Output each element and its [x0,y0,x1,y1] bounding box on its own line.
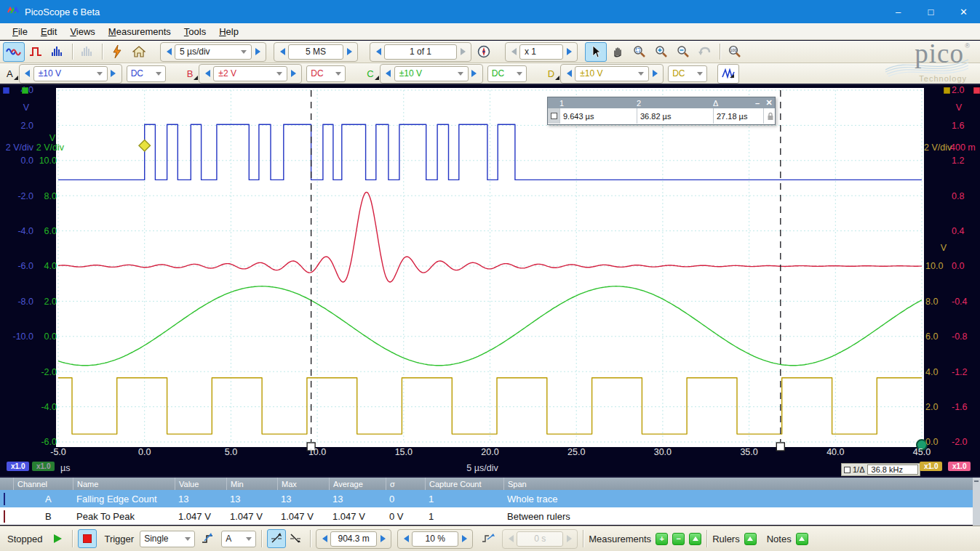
channel-c-scale-badge[interactable]: x1.0 [32,462,55,471]
menu-file[interactable]: File [6,25,34,39]
home-button[interactable] [128,42,150,62]
menu-measurements[interactable]: Measurements [102,25,178,39]
pretrigger-down-button[interactable] [400,532,412,546]
channel-d-range-next-button[interactable] [649,67,661,81]
measurement-row-b[interactable]: B Peak To Peak 1.047 V 1.047 V 1.047 V 1… [0,507,980,525]
channel-b-range-prev-button[interactable] [202,67,213,81]
page-next-button[interactable] [457,45,469,59]
maximize-button[interactable]: □ [915,0,947,23]
channel-d-scale-badge[interactable]: x1.0 [920,462,942,471]
channel-b-coupling-select[interactable]: DC [306,65,346,82]
channel-c-range-select[interactable]: ±10 V [394,66,469,81]
samples-prev-button[interactable] [276,45,288,59]
col-channel[interactable]: Channel [13,478,73,490]
close-button[interactable]: ✕ [947,0,980,23]
col-span[interactable]: Span [503,478,973,490]
scope-view-button[interactable] [3,42,25,62]
table-scrollbar[interactable] [973,478,980,526]
persistence-view-button[interactable] [25,42,47,62]
ruler-legend[interactable]: 1 2 Δ – ✕ 9.643 µs 36.82 µs 27.18 µs [547,97,776,125]
menu-edit[interactable]: Edit [34,25,63,39]
rulers-menu-button[interactable] [744,533,757,545]
rising-edge-button[interactable] [267,529,286,548]
frequency-checkbox[interactable] [844,467,850,473]
remove-measurement-button[interactable]: − [672,533,685,545]
time-ruler-handle-2[interactable] [776,443,784,451]
menu-help[interactable]: Help [212,25,245,39]
zoom-factor-input[interactable]: x 1 [519,44,563,60]
pretrigger-up-button[interactable] [458,532,470,546]
legend-close-button[interactable]: ✕ [763,98,775,108]
pretrigger-input[interactable]: 10 % [412,531,458,547]
channel-b-range-select[interactable]: ±2 V [213,66,287,81]
stop-button[interactable] [78,529,97,548]
zoom-out-step-button[interactable] [508,45,519,59]
channel-a-range-prev-button[interactable] [22,67,33,81]
measurement-row-a[interactable]: A Falling Edge Count 13 13 13 13 0 1 Who… [0,490,980,507]
navigator-button[interactable] [473,42,495,62]
legend-minimize-button[interactable]: – [752,99,763,108]
trigger-level-down-button[interactable] [319,532,330,546]
auto-setup-button[interactable] [106,42,128,62]
menu-tools[interactable]: Tools [178,25,212,39]
channel-a-range-select[interactable]: ±10 V [33,66,108,81]
zoom-in-button[interactable] [650,42,672,62]
run-button[interactable] [48,529,67,548]
col-max[interactable]: Max [277,478,329,490]
col-average[interactable]: Average [329,478,386,490]
trigger-level-input[interactable]: 904.3 m [330,531,377,547]
channel-b-range-next-button[interactable] [287,67,299,81]
channel-offset-marker[interactable] [973,87,980,94]
channel-a-range-next-button[interactable] [108,67,119,81]
channel-d-coupling-select[interactable]: DC [668,65,707,82]
channel-c-coupling-select[interactable]: DC [487,65,527,82]
falling-edge-button[interactable] [286,529,305,548]
hand-tool-button[interactable] [607,42,629,62]
channel-c-menu[interactable]: C [364,66,379,81]
advanced-trigger-button[interactable] [198,529,217,548]
channel-a-scale-badge[interactable]: x1.0 [7,462,29,471]
channel-offset-marker[interactable] [3,87,9,94]
minimize-button[interactable]: – [882,0,915,23]
col-min[interactable]: Min [226,478,277,490]
marquee-zoom-button[interactable] [629,42,650,62]
channel-c-range-next-button[interactable] [469,67,480,81]
channel-offset-marker[interactable] [944,87,950,94]
channel-b-menu[interactable]: B [185,66,199,81]
add-measurement-button[interactable]: + [656,533,668,545]
channel-offset-marker[interactable] [22,87,28,94]
trigger-mode-select[interactable]: Single [140,531,195,547]
spectrum-view-button[interactable] [47,42,68,62]
col-sigma[interactable]: σ [386,478,425,490]
channel-d-range-select[interactable]: ±10 V [575,66,649,81]
post-trigger-delay-button[interactable] [479,529,498,548]
timebase-next-button[interactable] [252,45,263,59]
trigger-source-select[interactable]: A [221,531,256,547]
lock-icon[interactable] [763,108,775,124]
samples-next-button[interactable] [343,45,355,59]
menu-views[interactable]: Views [63,25,101,39]
channel-b-scale-badge[interactable]: x1.0 [948,462,971,471]
timebase-prev-button[interactable] [163,45,175,59]
zoom-in-step-button[interactable] [563,45,575,59]
svg-text:100: 100 [730,48,737,52]
notes-menu-button[interactable] [796,533,808,545]
timebase-select[interactable]: 5 µs/div [175,44,252,60]
math-channels-button[interactable] [717,64,739,84]
col-value[interactable]: Value [175,478,226,490]
ruler-checkbox[interactable] [551,113,557,119]
channel-c-range-prev-button[interactable] [383,67,394,81]
trigger-level-up-button[interactable] [377,532,389,546]
pointer-tool-button[interactable] [585,42,607,62]
channel-a-menu[interactable]: A [4,66,19,81]
page-prev-button[interactable] [373,45,384,59]
zoom-out-button[interactable] [672,42,694,62]
edit-measurement-button[interactable] [689,533,701,545]
channel-d-menu[interactable]: D [546,66,560,81]
channel-a-coupling-select[interactable]: DC [127,65,166,82]
col-capture-count[interactable]: Capture Count [425,478,503,490]
zoom-overview-button[interactable]: 100 [724,42,746,62]
channel-d-range-prev-button[interactable] [563,67,575,81]
samples-input[interactable]: 5 MS [288,44,343,60]
col-name[interactable]: Name [73,478,175,490]
